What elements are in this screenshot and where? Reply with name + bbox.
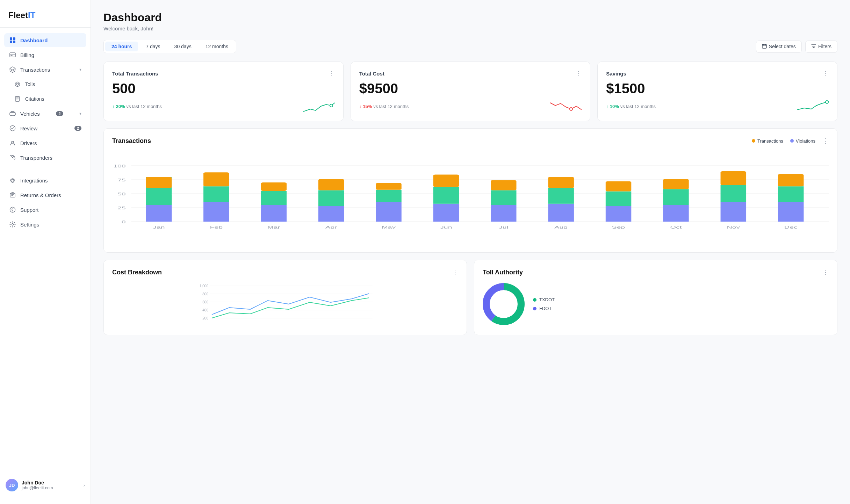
card-footer: ↑ 10% vs last 12 months	[606, 99, 829, 113]
svg-rect-84	[663, 189, 689, 205]
layers-icon	[9, 66, 16, 73]
card-value: $1500	[606, 81, 829, 96]
cost-breakdown-menu[interactable]: ⋮	[452, 268, 458, 276]
toll-authority-menu[interactable]: ⋮	[822, 268, 829, 276]
tab-12months[interactable]: 12 months	[199, 42, 235, 51]
mini-chart-cost	[550, 99, 582, 113]
select-dates-button[interactable]: Select dates	[756, 41, 802, 53]
sidebar-item-transponders[interactable]: Transponders	[4, 151, 86, 165]
card-header: Savings ⋮	[606, 70, 829, 77]
svg-text:Oct: Oct	[670, 225, 682, 229]
svg-rect-49	[146, 177, 172, 188]
sidebar-item-label: Transponders	[20, 155, 52, 161]
svg-rect-68	[433, 187, 459, 204]
svg-point-7	[15, 82, 20, 87]
sidebar-item-integrations[interactable]: Integrations	[4, 173, 86, 187]
toll-authority-content: TXDOT FDOT	[483, 283, 829, 325]
trend-pct: 10%	[610, 104, 619, 109]
donut-legend: TXDOT FDOT	[533, 297, 555, 311]
svg-text:Feb: Feb	[210, 225, 223, 229]
citation-icon	[14, 95, 21, 102]
svg-text:Mar: Mar	[267, 225, 280, 229]
card-footer: ↑ 20% vs last 12 months	[112, 99, 335, 113]
svg-rect-75	[548, 204, 574, 222]
svg-text:Dec: Dec	[784, 225, 798, 229]
svg-text:0: 0	[122, 220, 126, 224]
sidebar-item-label: Integrations	[20, 178, 48, 183]
svg-point-19	[12, 180, 13, 181]
sidebar-item-billing[interactable]: Billing	[4, 48, 86, 62]
card-menu-icon[interactable]: ⋮	[329, 70, 335, 77]
svg-rect-52	[203, 186, 229, 202]
chart-menu-icon[interactable]: ⋮	[822, 137, 829, 145]
bar-chart-svg: 0 25 50 75 100	[112, 152, 829, 243]
bar-chart-area: 0 25 50 75 100	[112, 152, 829, 244]
legend-dot	[533, 307, 536, 310]
trend-up-icon: ↑	[112, 104, 115, 109]
user-name: John Doe	[22, 480, 80, 485]
main-content: Dashboard Welcome back, John! 24 hours 7…	[91, 0, 850, 504]
legend-label: Transactions	[757, 138, 783, 144]
trend-pct: 20%	[116, 104, 125, 109]
card-menu-icon[interactable]: ⋮	[822, 70, 829, 77]
svg-rect-92	[778, 186, 804, 202]
sidebar-item-returns[interactable]: Returns & Orders	[4, 188, 86, 202]
svg-rect-87	[721, 202, 746, 222]
filters-button[interactable]: Filters	[805, 41, 837, 53]
svg-point-31	[330, 104, 333, 107]
sidebar-item-settings[interactable]: Settings	[4, 217, 86, 231]
sidebar-item-support[interactable]: Support	[4, 203, 86, 217]
svg-rect-13	[10, 113, 15, 115]
svg-rect-3	[13, 41, 15, 43]
grid-icon	[9, 37, 16, 44]
sidebar-item-drivers[interactable]: Drivers	[4, 136, 86, 150]
sidebar: FleetIT Dashboard Billing Transactions ▾	[0, 0, 91, 504]
filter-icon	[811, 44, 816, 50]
svg-rect-89	[721, 171, 746, 185]
trend-label: vs last 12 months	[620, 104, 656, 109]
sidebar-item-review[interactable]: Review 2	[4, 121, 86, 135]
card-trend: ↑ 20% vs last 12 months	[112, 104, 162, 109]
sidebar-item-vehicles[interactable]: Vehicles 2 ▾	[4, 107, 86, 121]
chevron-right-icon: ›	[84, 483, 85, 488]
card-value: $9500	[359, 81, 582, 96]
svg-point-32	[570, 108, 572, 110]
svg-rect-67	[433, 204, 459, 222]
card-savings: Savings ⋮ $1500 ↑ 10% vs last 12 months	[597, 62, 837, 121]
card-menu-icon[interactable]: ⋮	[575, 70, 582, 77]
trend-label: vs last 12 months	[127, 104, 162, 109]
legend-label: Violations	[796, 138, 815, 144]
svg-rect-65	[376, 183, 401, 190]
sidebar-item-label: Billing	[20, 52, 34, 58]
footer-user-info: John Doe john@fleetit.com	[22, 480, 80, 490]
sidebar-item-citations[interactable]: Citations	[4, 92, 86, 106]
svg-rect-69	[433, 175, 459, 187]
sidebar-item-tolls[interactable]: Tolls	[4, 77, 86, 91]
filter-actions: Select dates Filters	[756, 41, 837, 53]
sidebar-item-transactions[interactable]: Transactions ▾	[4, 63, 86, 77]
sidebar-item-dashboard[interactable]: Dashboard	[4, 33, 86, 47]
support-icon	[9, 206, 16, 213]
svg-text:100: 100	[113, 164, 125, 168]
legend-dot	[790, 139, 794, 143]
svg-text:75: 75	[117, 178, 126, 182]
svg-rect-60	[318, 190, 344, 206]
svg-text:Apr: Apr	[325, 225, 337, 229]
mini-chart-transactions	[303, 99, 335, 113]
svg-text:600: 600	[202, 300, 208, 304]
svg-point-14	[10, 115, 12, 116]
svg-text:Jan: Jan	[153, 225, 165, 229]
tab-7days[interactable]: 7 days	[139, 42, 166, 51]
tab-30days[interactable]: 30 days	[168, 42, 198, 51]
toll-icon	[14, 81, 21, 88]
transponders-icon	[9, 154, 16, 161]
svg-rect-55	[261, 205, 286, 222]
select-dates-label: Select dates	[769, 44, 796, 49]
legend-transactions: Transactions	[752, 138, 783, 144]
legend-label: TXDOT	[539, 297, 555, 302]
svg-rect-59	[318, 206, 344, 222]
chevron-down-icon: ▾	[79, 111, 81, 116]
tab-24hours[interactable]: 24 hours	[105, 42, 138, 51]
user-profile[interactable]: JD John Doe john@fleetit.com ›	[0, 473, 91, 497]
svg-rect-77	[548, 177, 574, 188]
